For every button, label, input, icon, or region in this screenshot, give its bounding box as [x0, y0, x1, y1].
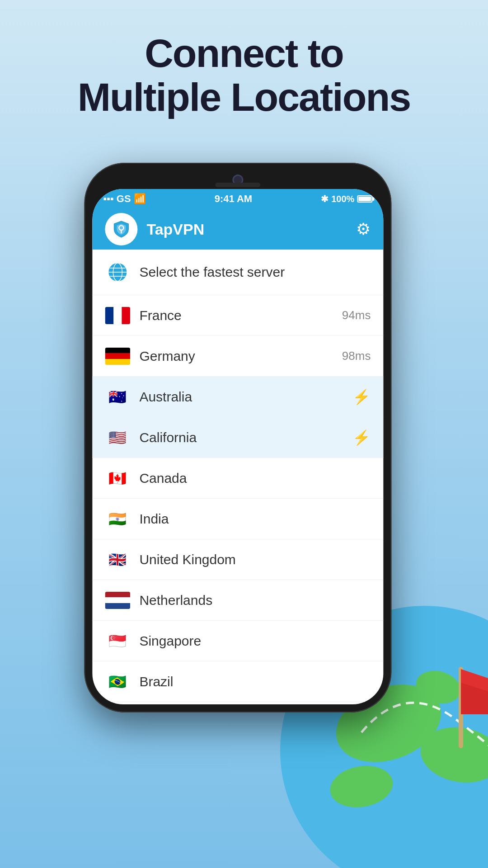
server-item-mexico[interactable]: Mexico — [92, 702, 383, 704]
server-name-germany: Germany — [139, 349, 333, 364]
flag-canada: 🇨🇦 — [105, 470, 130, 487]
flag-france — [105, 307, 130, 324]
flag-california: 🇺🇸 — [105, 429, 130, 446]
flag-netherlands — [105, 592, 130, 609]
server-item-france[interactable]: France 94ms — [92, 295, 383, 336]
server-name-singapore: Singapore — [139, 633, 371, 649]
status-right: ✱ 100% — [321, 193, 372, 204]
settings-icon[interactable]: ⚙ — [356, 220, 371, 239]
flag-germany — [105, 348, 130, 365]
server-item-uk[interactable]: 🇬🇧 United Kingdom — [92, 539, 383, 580]
server-item-brazil[interactable]: 🇧🇷 Brazil — [92, 661, 383, 702]
flag-india: 🇮🇳 — [105, 510, 130, 528]
server-name-netherlands: Netherlands — [139, 593, 371, 608]
server-name-california: California — [139, 430, 343, 445]
flag-australia: 🇦🇺 — [105, 388, 130, 406]
headline-line1: Connect to — [145, 31, 343, 75]
flag-brazil: 🇧🇷 — [105, 673, 130, 690]
server-name-canada: Canada — [139, 471, 371, 486]
server-ping-germany: 98ms — [342, 349, 371, 363]
carrier-label: GS — [117, 193, 131, 205]
status-bar: ▪▪▪ GS 📶 9:41 AM ✱ 100% — [92, 189, 383, 209]
server-name-australia: Australia — [139, 389, 343, 405]
phone-speaker — [215, 183, 260, 187]
server-item-india[interactable]: 🇮🇳 India — [92, 499, 383, 539]
app-title: TapVPN — [146, 221, 347, 238]
battery-icon — [357, 195, 372, 203]
app-header: TapVPN ⚙ — [92, 209, 383, 250]
status-time: 9:41 AM — [215, 193, 253, 205]
headline-line2: Multiple Locations — [78, 75, 410, 119]
flag-uk: 🇬🇧 — [105, 551, 130, 568]
server-name-india: India — [139, 511, 371, 527]
server-name-uk: United Kingdom — [139, 552, 371, 567]
battery-percent: 100% — [331, 194, 354, 204]
flag-singapore: 🇸🇬 — [105, 632, 130, 650]
server-name-brazil: Brazil — [139, 674, 371, 689]
headline: Connect to Multiple Locations — [0, 0, 488, 137]
server-item-singapore[interactable]: 🇸🇬 Singapore — [92, 621, 383, 661]
server-ping-france: 94ms — [342, 308, 371, 322]
status-left: ▪▪▪ GS 📶 — [103, 193, 145, 205]
signal-bars: ▪▪▪ — [103, 193, 113, 205]
lightning-australia: ⚡ — [352, 388, 371, 406]
server-item-germany[interactable]: Germany 98ms — [92, 336, 383, 377]
bluetooth-icon: ✱ — [321, 193, 328, 204]
server-item-netherlands[interactable]: Netherlands — [92, 580, 383, 621]
phone-device: ▪▪▪ GS 📶 9:41 AM ✱ 100% — [84, 163, 391, 712]
time-display: 9:41 AM — [215, 193, 253, 204]
lightning-california: ⚡ — [352, 429, 371, 446]
server-item-canada[interactable]: 🇨🇦 Canada — [92, 458, 383, 499]
server-name-france: France — [139, 308, 333, 323]
phone-outer: ▪▪▪ GS 📶 9:41 AM ✱ 100% — [84, 163, 391, 712]
server-item-australia[interactable]: 🇦🇺 Australia ⚡ — [92, 377, 383, 417]
phone-screen: ▪▪▪ GS 📶 9:41 AM ✱ 100% — [92, 189, 383, 704]
fastest-globe-icon — [105, 259, 130, 285]
fastest-server-item[interactable]: Select the fastest server — [92, 250, 383, 295]
phone-notch — [92, 171, 383, 189]
server-item-california[interactable]: 🇺🇸 California ⚡ — [92, 417, 383, 458]
fastest-server-label: Select the fastest server — [139, 264, 371, 280]
shield-logo-icon — [111, 219, 131, 239]
app-logo — [105, 213, 137, 245]
wifi-icon: 📶 — [134, 193, 146, 205]
